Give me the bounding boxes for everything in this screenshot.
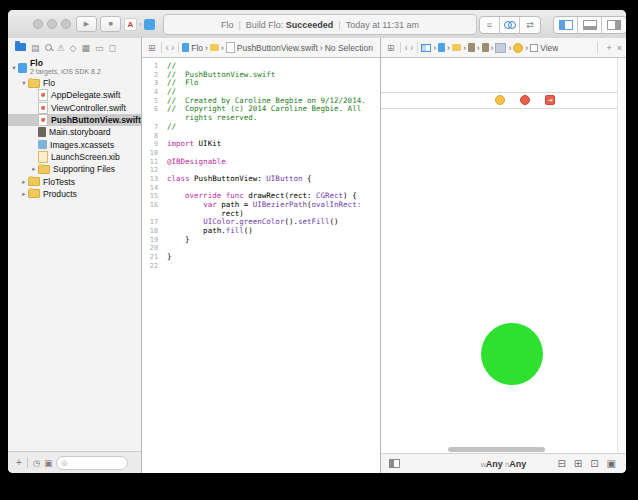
editor-jump-bar: ⊞ ‹ › Flo››PushButtonView.swift›No Selec…: [142, 38, 380, 58]
forward-button[interactable]: ›: [410, 42, 413, 53]
code-editor[interactable]: 1//2// PushButtonView.swift3// Flo4//5//…: [142, 58, 380, 473]
code-text: import UIKit: [167, 140, 221, 149]
line-number: 6: [142, 105, 158, 114]
standard-editor-button[interactable]: ≡: [480, 17, 500, 33]
line-number: 2: [142, 71, 158, 80]
minimize-window-button[interactable]: [47, 19, 57, 29]
disclosure-triangle-icon[interactable]: ▾: [10, 64, 18, 72]
toggle-utilities-button[interactable]: [602, 17, 626, 33]
view-controller-icon[interactable]: [495, 95, 505, 105]
related-items-icon[interactable]: ⊞: [148, 43, 156, 53]
tree-item-label: Flo: [43, 78, 55, 88]
code-line[interactable]: 13class PushButtonView: UIButton {: [142, 175, 380, 184]
tree-item-supporting-files[interactable]: ▸Supporting Files: [8, 163, 141, 175]
scheme-selector[interactable]: A ›: [124, 17, 155, 32]
code-text: rights reserved.: [167, 114, 257, 123]
interface-builder-bottom-bar: wAny hAny ⊟⊞⊡▣: [381, 453, 626, 473]
code-line[interactable]: 3// Flo: [142, 79, 380, 88]
stop-button[interactable]: ■: [100, 16, 121, 32]
first-responder-icon[interactable]: [520, 95, 530, 105]
tree-item-flo[interactable]: ▾Flo: [8, 77, 141, 89]
jump-bar-segment[interactable]: View: [530, 43, 558, 53]
line-number: 5: [142, 97, 158, 106]
run-button[interactable]: ▶: [76, 16, 97, 32]
recent-files-icon[interactable]: ◷: [33, 458, 40, 468]
jump-bar-segment[interactable]: [452, 44, 461, 51]
toggle-debug-area-button[interactable]: [578, 17, 602, 33]
tree-item-pushbuttonview-swift[interactable]: PushButtonView.swift: [8, 114, 141, 126]
line-number: 1: [142, 62, 158, 71]
jump-bar-segment[interactable]: No Selection: [325, 43, 373, 53]
close-window-button[interactable]: [33, 19, 43, 29]
tree-item-appdelegate-swift[interactable]: AppDelegate.swift: [8, 89, 141, 101]
scm-status-icon[interactable]: ▣: [44, 458, 52, 468]
report-navigator-icon[interactable]: ◻: [109, 44, 116, 53]
jump-bar-segment[interactable]: PushButtonView.swift: [226, 42, 318, 53]
jump-bar-segment[interactable]: [210, 44, 219, 51]
tree-item-products[interactable]: ▸Products: [8, 188, 141, 200]
jump-bar-segment[interactable]: [438, 43, 445, 52]
jump-bar-segment[interactable]: [495, 43, 506, 53]
jump-bar-segment[interactable]: [513, 43, 523, 53]
disclosure-triangle-icon[interactable]: ▸: [20, 178, 28, 186]
issue-navigator-icon[interactable]: ⚠: [57, 44, 65, 53]
breakpoint-navigator-icon[interactable]: ▭: [95, 44, 104, 53]
tree-item-main-storyboard[interactable]: Main.storyboard: [8, 126, 141, 138]
filter-field[interactable]: ◎: [56, 456, 128, 470]
line-number: 13: [142, 175, 158, 184]
divider: [161, 42, 162, 53]
disclosure-triangle-icon[interactable]: ▾: [20, 79, 28, 87]
title-bar[interactable]: ▶ ■ A › Flo | Build Flo: Succeeded | Tod…: [8, 10, 626, 39]
file-blue-icon: [182, 43, 189, 52]
back-button[interactable]: ‹: [405, 42, 408, 53]
project-file-icon: [18, 63, 27, 73]
xcode-window: ▶ ■ A › Flo | Build Flo: Succeeded | Tod…: [8, 10, 626, 473]
related-items-icon[interactable]: ⊞: [387, 43, 395, 53]
assistant-editor-button[interactable]: [500, 17, 520, 33]
jump-bar-segment[interactable]: [421, 44, 431, 52]
tree-item-flo[interactable]: ▾Flo2 targets, iOS SDK 8.2: [8, 58, 141, 77]
jump-bar-segment[interactable]: Flo: [182, 43, 203, 53]
app-target-icon: A: [124, 18, 137, 31]
jump-bar-segment-label: PushButtonView.swift: [237, 43, 318, 53]
add-assistant-editor-button[interactable]: +: [606, 43, 611, 53]
exit-segue-icon[interactable]: ⇥: [545, 95, 555, 105]
toggle-navigator-button[interactable]: [554, 17, 578, 33]
version-editor-button[interactable]: ⇄: [520, 17, 540, 33]
code-line[interactable]: 19 }: [142, 236, 380, 245]
push-button-view-preview[interactable]: [481, 323, 543, 385]
horizontal-scrollbar[interactable]: [448, 447, 545, 452]
tree-item-label: Images.xcassets: [50, 140, 114, 150]
code-line[interactable]: 20: [142, 244, 380, 253]
code-line[interactable]: 11@IBDesignable: [142, 158, 380, 167]
code-line[interactable]: 21}: [142, 253, 380, 262]
debug-navigator-icon[interactable]: ▦: [82, 44, 91, 53]
line-number: 10: [142, 149, 158, 158]
disclosure-triangle-icon[interactable]: ▸: [30, 165, 38, 173]
jump-bar-segment[interactable]: [482, 43, 489, 52]
size-class-control[interactable]: wAny hAny: [381, 459, 626, 469]
symbol-navigator-icon[interactable]: ▤: [31, 44, 40, 53]
code-line[interactable]: rights reserved.: [142, 114, 380, 123]
test-navigator-icon[interactable]: ◇: [70, 44, 77, 53]
jump-bar-segment[interactable]: [468, 43, 475, 52]
line-number: 15: [142, 192, 158, 201]
add-button[interactable]: +: [16, 457, 22, 468]
project-navigator-icon[interactable]: [15, 43, 26, 53]
forward-button[interactable]: ›: [171, 42, 174, 53]
code-line[interactable]: 7//: [142, 123, 380, 132]
line-number: 20: [142, 244, 158, 253]
tree-item-launchscreen-xib[interactable]: LaunchScreen.xib: [8, 151, 141, 163]
disclosure-triangle-icon[interactable]: ▸: [20, 190, 28, 198]
tree-item-viewcontroller-swift[interactable]: ViewController.swift: [8, 102, 141, 114]
tree-item-flotests[interactable]: ▸FloTests: [8, 175, 141, 187]
storyboard-canvas[interactable]: ⇥: [381, 58, 626, 454]
vertical-scrollbar-track[interactable]: [617, 58, 626, 454]
code-line[interactable]: 22: [142, 262, 380, 271]
zoom-window-button[interactable]: [61, 19, 71, 29]
back-button[interactable]: ‹: [166, 42, 169, 53]
close-assistant-editor-button[interactable]: ×: [617, 43, 622, 53]
tree-item-images-xcassets[interactable]: Images.xcassets: [8, 138, 141, 150]
code-line[interactable]: 9import UIKit: [142, 140, 380, 149]
find-navigator-icon[interactable]: [45, 44, 52, 53]
